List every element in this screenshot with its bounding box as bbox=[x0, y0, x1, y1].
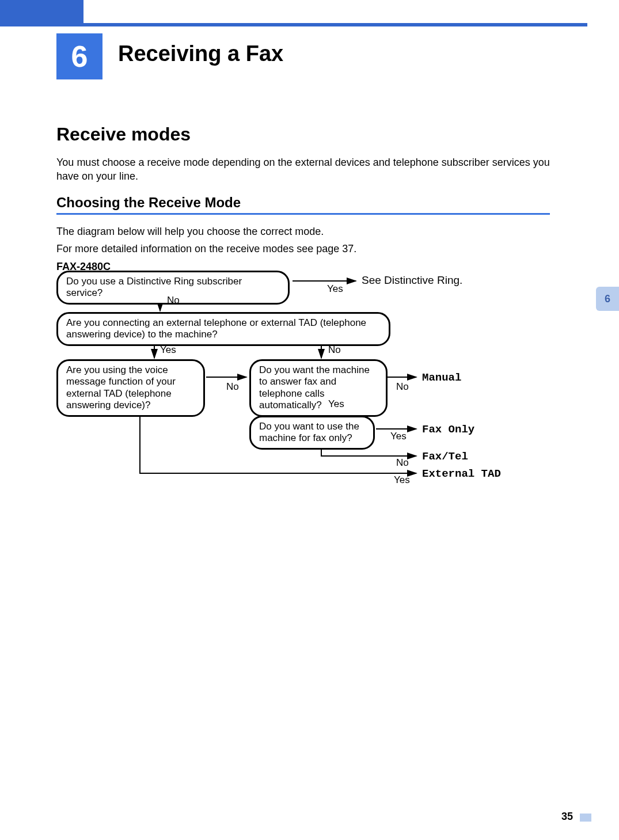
flow-q3-no-label: No bbox=[226, 381, 239, 393]
flow-q5-no-label: No bbox=[396, 457, 409, 469]
flow-result-fax-only: Fax Only bbox=[422, 423, 474, 436]
flowchart: Do you use a Distinctive Ring subscriber… bbox=[56, 271, 575, 512]
page-number-bar bbox=[580, 814, 591, 822]
flow-q1-yes-label: Yes bbox=[327, 283, 343, 295]
side-tab: 6 bbox=[596, 287, 619, 311]
flow-q2-no-label: No bbox=[328, 344, 341, 356]
flow-q2: Are you connecting an external telephone… bbox=[56, 312, 390, 346]
subheading-rule bbox=[56, 213, 550, 215]
paragraph-diagram-help: The diagram below will help you choose t… bbox=[56, 225, 550, 238]
chapter-number-box: 6 bbox=[56, 33, 102, 79]
chapter-title: Receiving a Fax bbox=[118, 41, 283, 66]
flow-q3: Are you using the voice message function… bbox=[56, 359, 205, 417]
flow-exttad-yes-label: Yes bbox=[394, 474, 410, 486]
top-rule bbox=[0, 23, 587, 26]
flow-q1-no-label: No bbox=[167, 295, 180, 306]
flow-q4: Do you want the machine to answer fax an… bbox=[249, 359, 388, 417]
flow-result-external-tad: External TAD bbox=[422, 467, 501, 480]
top-strip bbox=[0, 0, 83, 23]
flow-q5: Do you want to use the machine for fax o… bbox=[249, 416, 375, 450]
flow-result-manual: Manual bbox=[422, 371, 461, 384]
flow-q2-yes-label: Yes bbox=[160, 344, 176, 356]
flow-result-fax-tel: Fax/Tel bbox=[422, 450, 468, 463]
flow-q1-result: See Distinctive Ring. bbox=[362, 274, 462, 287]
intro-paragraph: You must choose a receive mode depending… bbox=[56, 155, 550, 184]
flow-q5-yes-label: Yes bbox=[390, 431, 407, 442]
section-heading-receive-modes: Receive modes bbox=[56, 124, 191, 145]
page-number: 35 bbox=[561, 811, 573, 823]
paragraph-see-page: For more detailed information on the rec… bbox=[56, 242, 550, 256]
flow-q4-yes-label: Yes bbox=[328, 398, 344, 410]
subheading-choosing-receive-mode: Choosing the Receive Mode bbox=[56, 195, 241, 211]
flow-q4-no-label: No bbox=[396, 381, 409, 393]
